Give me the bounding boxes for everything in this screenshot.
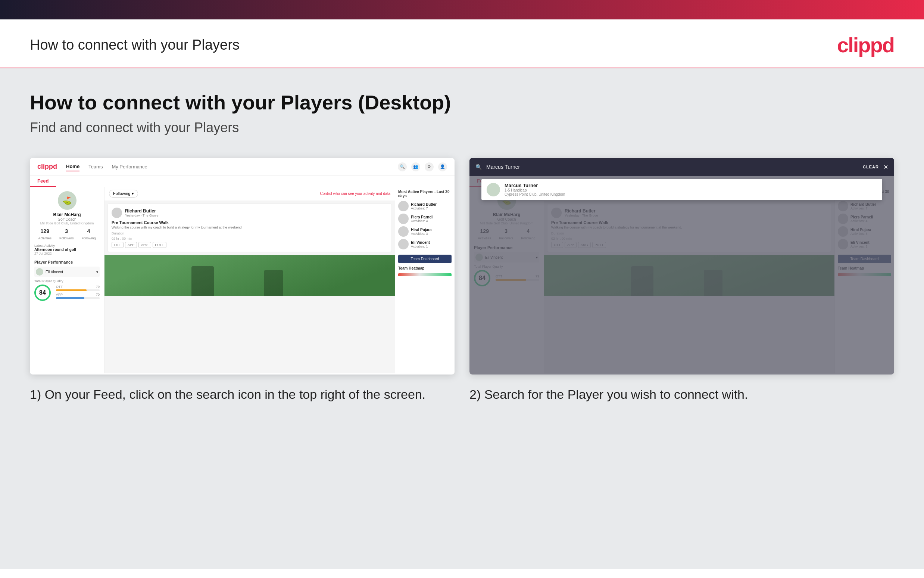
- golfer-1: [191, 266, 214, 296]
- app-logo-1: clippd: [37, 163, 57, 170]
- header: How to connect with your Players clippd: [0, 19, 924, 68]
- player-info-1: Richard Butler Activities: 7: [411, 202, 451, 210]
- people-icon-1[interactable]: 👥: [411, 162, 420, 171]
- player-item-3: Hiral Pujara Activities: 3: [398, 226, 451, 237]
- tag-arg-1: ARG: [138, 242, 151, 248]
- heatmap-bar-1: [398, 273, 451, 276]
- result-avatar-2: [487, 183, 500, 196]
- footer: Copyright Clippd 2022: [0, 569, 924, 578]
- feed-tab-1[interactable]: Feed: [30, 176, 56, 187]
- quality-section-1: 84 OTT 79: [34, 284, 100, 301]
- screenshots-row: clippd Home Teams My Performance 🔍 👥 ⚙ 👤…: [30, 158, 894, 404]
- activity-date-1: 27 Jul 2022: [34, 252, 100, 255]
- following-button-1[interactable]: Following ▾: [109, 190, 138, 198]
- clear-button-2[interactable]: CLEAR: [863, 165, 879, 169]
- logo: clippd: [837, 33, 894, 57]
- quality-bars-1: OTT 79 APP 70: [56, 285, 100, 300]
- top-bar: [0, 0, 924, 19]
- heatmap-section-1: Team Heatmap: [398, 266, 451, 276]
- screenshot-frame-2: clippd Home Teams My Performance Feed ⛳ …: [469, 158, 894, 375]
- player-list-avatar-3: [398, 226, 409, 237]
- activity-user-info-1: Richard Butler Yesterday · The Grove: [125, 208, 159, 217]
- screenshot-frame-1: clippd Home Teams My Performance 🔍 👥 ⚙ 👤…: [30, 158, 455, 375]
- search-icon-overlay-2: 🔍: [476, 164, 482, 170]
- player-select-1[interactable]: Eli Vincent ▾: [34, 266, 100, 277]
- activity-avatar-1: [112, 208, 122, 218]
- search-input-2[interactable]: [486, 164, 858, 170]
- page-header: How to connect with your Players (Deskto…: [30, 91, 894, 136]
- profile-name-1: Blair McHarg: [34, 212, 100, 217]
- tag-ott-1: OTT: [112, 242, 123, 248]
- nav-myperformance-1[interactable]: My Performance: [112, 162, 147, 171]
- profile-club-1: Mill Ride Golf Club, United Kingdom: [34, 221, 100, 225]
- player-info-3: Hiral Pujara Activities: 3: [411, 228, 451, 235]
- player-info-4: Eli Vincent Activities: 1: [411, 240, 451, 248]
- profile-role-1: Golf Coach: [34, 217, 100, 221]
- team-dashboard-btn-1[interactable]: Team Dashboard: [398, 255, 451, 263]
- nav-teams-1[interactable]: Teams: [89, 162, 103, 171]
- profile-avatar-1: ⛳: [58, 191, 76, 210]
- app-nav-1: clippd Home Teams My Performance 🔍 👥 ⚙ 👤: [30, 158, 455, 176]
- player-list-avatar-1: [398, 201, 409, 211]
- app-bar-1: APP 70: [56, 293, 100, 299]
- activity-card-1: Richard Butler Yesterday · The Grove Pre…: [107, 203, 392, 252]
- player-list-avatar-2: [398, 214, 409, 224]
- player-item-2: Piers Parnell Activities: 4: [398, 214, 451, 224]
- result-info-2: Marcus Turner 1-5 Handicap Cypress Point…: [505, 183, 565, 196]
- player-item-4: Eli Vincent Activities: 1: [398, 239, 451, 249]
- search-bar-2: 🔍 CLEAR ✕: [469, 158, 894, 176]
- tag-putt-1: PUTT: [153, 242, 167, 248]
- header-title: How to connect with your Players: [30, 37, 239, 53]
- stat-activities-1: 129 Activities: [38, 228, 52, 241]
- mid-panel-1: Following ▾ Control who can see your act…: [105, 187, 395, 373]
- player-info-2: Piers Parnell Activities: 4: [411, 215, 451, 223]
- page-sub-title: Find and connect with your Players: [30, 120, 894, 136]
- stat-following-1: 4 Following: [81, 228, 95, 241]
- following-bar-1: Following ▾ Control who can see your act…: [105, 187, 395, 201]
- profile-card-1: ⛳ Blair McHarg Golf Coach Mill Ride Golf…: [34, 191, 100, 255]
- player-avatar-sm-1: [36, 268, 43, 276]
- latest-activity-1: Afternoon round of golf: [34, 248, 100, 252]
- search-result-item-2[interactable]: Marcus Turner 1-5 Handicap Cypress Point…: [481, 179, 882, 200]
- player-item-1: Richard Butler Activities: 7: [398, 201, 451, 211]
- settings-icon-1[interactable]: ⚙: [425, 162, 434, 171]
- screenshot-col-2: clippd Home Teams My Performance Feed ⛳ …: [469, 158, 894, 404]
- search-overlay-2: 🔍 CLEAR ✕ Marcus Turner 1-5 Handicap Cyp…: [469, 158, 894, 203]
- dropdown-arrow-1: ▾: [96, 270, 98, 274]
- caption-1: 1) On your Feed, click on the search ico…: [30, 386, 455, 404]
- player-perf-title-1: Player Performance: [34, 260, 100, 265]
- stat-followers-1: 3 Followers: [59, 228, 74, 241]
- close-button-2[interactable]: ✕: [884, 164, 888, 170]
- duration-1: Duration: [112, 232, 388, 235]
- left-panel-1: ⛳ Blair McHarg Golf Coach Mill Ride Golf…: [30, 187, 105, 373]
- right-panel-1: Most Active Players - Last 30 days Richa…: [395, 187, 455, 373]
- duration-val-1: 02 hr : 00 min: [112, 237, 388, 240]
- activity-user-1: Richard Butler Yesterday · The Grove: [112, 208, 388, 218]
- golfer-2: [264, 270, 283, 296]
- screenshot-body-1: ⛳ Blair McHarg Golf Coach Mill Ride Golf…: [30, 187, 455, 373]
- search-results-2: Marcus Turner 1-5 Handicap Cypress Point…: [469, 176, 894, 203]
- latest-activity-label-1: Latest Activity: [34, 244, 100, 248]
- tags-1: OTT APP ARG PUTT: [112, 242, 388, 248]
- user-avatar-1[interactable]: 👤: [438, 162, 447, 171]
- big-score-1: 84: [34, 284, 51, 301]
- player-list-avatar-4: [398, 239, 409, 249]
- golf-image-1: [105, 255, 395, 296]
- profile-stats-1: 129 Activities 3 Followers 4 Following: [34, 228, 100, 241]
- search-icon-1[interactable]: 🔍: [398, 162, 407, 171]
- page-main-title: How to connect with your Players (Deskto…: [30, 91, 894, 114]
- screenshot-col-1: clippd Home Teams My Performance 🔍 👥 ⚙ 👤…: [30, 158, 455, 404]
- ott-bar-1: OTT 79: [56, 285, 100, 291]
- tag-app-1: APP: [125, 242, 137, 248]
- control-link-1[interactable]: Control who can see your activity and da…: [320, 192, 390, 196]
- quality-label-1: Total Player Quality: [34, 279, 100, 283]
- caption-2: 2) Search for the Player you wish to con…: [469, 386, 894, 404]
- nav-home-1[interactable]: Home: [66, 162, 79, 171]
- main-content: How to connect with your Players (Deskto…: [0, 68, 924, 569]
- nav-icons-1: 🔍 👥 ⚙ 👤: [398, 162, 447, 171]
